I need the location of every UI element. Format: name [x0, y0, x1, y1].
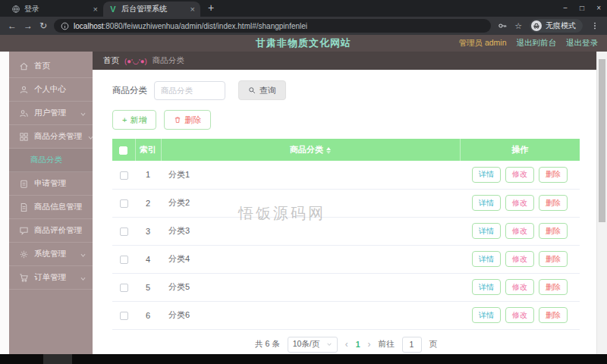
new-tab-button[interactable]: +: [208, 2, 214, 16]
sidebar-item-label: 系统管理: [34, 249, 66, 259]
row-index: 5: [135, 273, 161, 301]
url-bar: ← → ↻ localhost:8080/feiwuzhiwenhua/admi…: [0, 17, 607, 35]
row-checkbox[interactable]: [120, 199, 128, 208]
sidebar-item-label: 商品评价管理: [34, 225, 82, 236]
row-action-detail-button[interactable]: 详情: [472, 307, 501, 323]
bookmark-star-icon[interactable]: ☆: [514, 21, 522, 31]
delete-button[interactable]: 删除: [164, 110, 211, 130]
page-size-select[interactable]: 10条/页: [288, 337, 338, 353]
row-action-detail-button[interactable]: 详情: [472, 279, 501, 295]
close-tab-icon[interactable]: ×: [93, 5, 98, 14]
row-category-name: 分类3: [161, 217, 460, 245]
browser-tab-login[interactable]: 登录 ×: [6, 2, 103, 17]
row-action-delete-button[interactable]: 删除: [539, 223, 568, 239]
row-action-edit-button[interactable]: 修改: [505, 167, 534, 183]
sidebar-item-profile[interactable]: 个人中心: [9, 78, 93, 102]
sidebar-item-apply-mgmt[interactable]: 申请管理: [9, 172, 93, 196]
minimize-button[interactable]: −: [563, 4, 568, 12]
table-row: 3分类3详情修改删除: [112, 217, 580, 245]
sidebar-item-home[interactable]: 首页: [9, 55, 93, 78]
row-action-edit-button[interactable]: 修改: [505, 223, 534, 239]
key-icon[interactable]: [498, 21, 507, 30]
sidebar-item-user-mgmt[interactable]: 用户管理: [9, 102, 93, 125]
forward-icon[interactable]: →: [24, 21, 33, 30]
table-row: 4分类4详情修改删除: [112, 245, 580, 273]
row-checkbox[interactable]: [120, 312, 128, 320]
row-action-edit-button[interactable]: 修改: [505, 307, 534, 323]
sidebar-item-label: 订单管理: [34, 272, 66, 283]
exit-to-front-link[interactable]: 退出到前台: [517, 38, 557, 49]
search-icon: [248, 86, 256, 94]
row-action-edit-button[interactable]: 修改: [505, 251, 534, 267]
sidebar-item-product-review[interactable]: 商品评价管理: [9, 219, 93, 243]
address-field[interactable]: localhost:8080/feiwuzhiwenhua/admin/dist…: [54, 19, 491, 33]
goto-page-input[interactable]: [402, 337, 422, 353]
row-action-detail-button[interactable]: 详情: [472, 251, 501, 267]
incognito-label: 无痕模式: [546, 20, 576, 31]
taskbar-app-segment: [43, 354, 72, 364]
sidebar-item-label: 申请管理: [34, 178, 66, 189]
incognito-badge[interactable]: 无痕模式: [530, 19, 583, 33]
add-button[interactable]: + 新增: [112, 110, 156, 130]
doc-icon: [19, 202, 29, 212]
row-actions: 详情修改删除: [460, 245, 580, 273]
tab-title: 登录: [24, 4, 90, 14]
sidebar-item-category-mgmt[interactable]: 商品分类管理: [9, 125, 93, 149]
sidebar-item-label: 商品分类: [30, 155, 62, 165]
table-toolbar: + 新增 删除: [112, 110, 580, 130]
row-checkbox[interactable]: [120, 256, 128, 264]
row-action-delete-button[interactable]: 删除: [539, 279, 568, 295]
row-checkbox[interactable]: [120, 284, 128, 292]
search-input[interactable]: [154, 81, 225, 100]
window-controls: − □ ×: [563, 0, 601, 15]
query-button[interactable]: 查询: [238, 80, 286, 100]
breadcrumb-home[interactable]: 首页: [103, 55, 119, 66]
clipboard-icon: [19, 179, 29, 189]
close-tab-icon[interactable]: ×: [190, 5, 195, 14]
row-category-name: 分类4: [161, 245, 460, 273]
browser-tab-admin[interactable]: V 后台管理系统 ×: [103, 2, 200, 17]
next-page-button[interactable]: ›: [368, 339, 371, 350]
current-page-number[interactable]: 1: [356, 340, 360, 349]
scrollbar-thumb[interactable]: [599, 59, 605, 222]
select-all-checkbox[interactable]: [119, 146, 127, 155]
pagination: 共 6 条 10条/页 ‹ 1 › 前往 页: [112, 337, 580, 353]
maximize-button[interactable]: □: [580, 4, 584, 12]
row-action-detail-button[interactable]: 详情: [472, 167, 501, 183]
row-checkbox[interactable]: [120, 228, 128, 236]
sort-caret-icon[interactable]: [326, 147, 331, 154]
pagination-total: 共 6 条: [255, 339, 280, 350]
main-area: 首页 (●'◡'●) 商品分类 商品分类 查询 +: [93, 52, 596, 354]
row-actions: 详情修改删除: [460, 217, 580, 245]
row-action-delete-button[interactable]: 删除: [539, 307, 568, 323]
table-row: 5分类5详情修改删除: [112, 273, 580, 301]
url-text: localhost:8080/feiwuzhiwenhua/admin/dist…: [74, 22, 307, 30]
url-bar-actions: ☆ 无痕模式: [498, 19, 599, 33]
chevron-down-icon: [80, 110, 86, 117]
prev-page-button[interactable]: ‹: [345, 339, 348, 350]
row-action-delete-button[interactable]: 删除: [539, 195, 568, 211]
scrollbar-track: [596, 52, 607, 354]
row-action-detail-button[interactable]: 详情: [472, 223, 501, 239]
row-action-detail-button[interactable]: 详情: [472, 195, 501, 211]
chevron-down-icon: [80, 275, 86, 281]
row-action-edit-button[interactable]: 修改: [505, 195, 534, 211]
reload-icon[interactable]: ↻: [39, 21, 47, 30]
row-checkbox[interactable]: [120, 171, 128, 180]
back-icon[interactable]: ←: [8, 21, 17, 30]
column-header-name[interactable]: 商品分类: [161, 139, 460, 161]
row-action-delete-button[interactable]: 删除: [539, 167, 568, 183]
menu-dots-icon[interactable]: [590, 21, 599, 30]
sidebar-item-product-info[interactable]: 商品信息管理: [9, 196, 93, 219]
close-window-button[interactable]: ×: [596, 4, 601, 12]
logout-link[interactable]: 退出登录: [566, 38, 598, 49]
row-action-delete-button[interactable]: 删除: [539, 251, 568, 267]
sidebar-item-order-mgmt[interactable]: 订单管理: [9, 266, 93, 290]
row-action-edit-button[interactable]: 修改: [505, 279, 534, 295]
table-header-row: 索引 商品分类 操作: [112, 139, 580, 161]
sidebar-item-system-mgmt[interactable]: 系统管理: [9, 243, 93, 266]
cart-icon: [19, 273, 29, 283]
browser-tab-strip: 登录 × V 后台管理系统 × + − □ ×: [0, 0, 607, 17]
sidebar-item-category[interactable]: 商品分类: [9, 149, 93, 172]
info-icon[interactable]: [61, 22, 69, 30]
